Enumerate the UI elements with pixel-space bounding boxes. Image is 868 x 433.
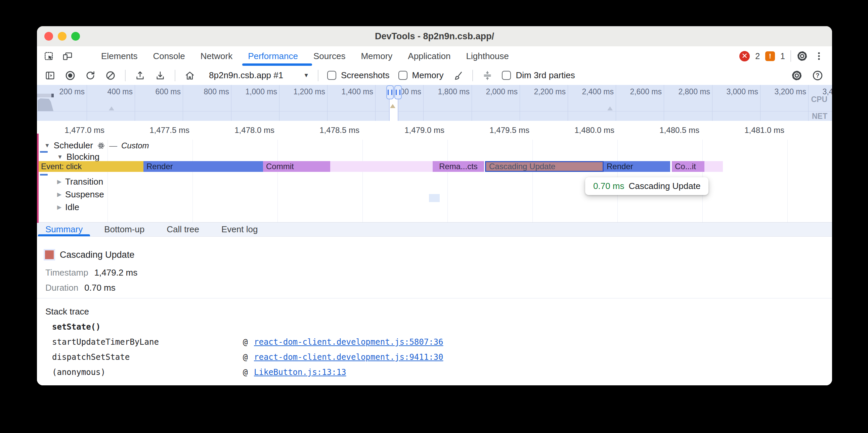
screenshots-checkbox[interactable] xyxy=(327,71,336,80)
tab-lighthouse[interactable]: Lighthouse xyxy=(459,46,517,66)
profile-select[interactable]: 8p2n9n.csb.app #1 ▼ xyxy=(209,70,309,80)
flame-bar-render[interactable]: Render xyxy=(603,161,670,172)
warning-count[interactable]: 1 xyxy=(780,52,785,61)
memory-label: Memory xyxy=(412,70,444,80)
triangle-right-icon[interactable]: ▶ xyxy=(57,204,61,211)
ruler-tick: 1,481.0 ms xyxy=(744,126,784,135)
flame-bar-cascading-update-selected[interactable]: Cascading Update xyxy=(485,161,603,172)
tab-summary[interactable]: Summary xyxy=(38,223,90,236)
blocking-lane-label: Blocking xyxy=(66,152,99,162)
screenshots-checkbox-row: Screenshots xyxy=(327,70,390,80)
flame-bar-commit-truncated[interactable]: Co...it xyxy=(672,161,705,172)
detail-time-ruler[interactable]: 1,477.0 ms 1,477.5 ms 1,478.0 ms 1,478.5… xyxy=(37,121,832,140)
ruler-tick: 1,480.5 ms xyxy=(659,126,700,135)
legend-color-swatch xyxy=(45,251,54,259)
lane-transition[interactable]: ▶ Transition xyxy=(57,176,103,187)
overview-tick: 1,800 ms xyxy=(438,87,470,96)
frame-source-link[interactable]: LikeButton.js:13:13 xyxy=(254,368,346,377)
warning-badge-icon[interactable]: ! xyxy=(765,52,775,61)
ruler-tick: 1,477.5 ms xyxy=(150,126,189,135)
flame-tooltip: 0.70 ms Cascading Update xyxy=(585,177,708,195)
track-scheduler[interactable]: ▼ Scheduler — Custom xyxy=(44,140,149,151)
svg-text:?: ? xyxy=(816,72,819,79)
memory-checkbox[interactable] xyxy=(398,71,407,80)
dim-3rd-parties-label: Dim 3rd parties xyxy=(516,70,575,80)
inspect-element-icon[interactable] xyxy=(43,51,54,62)
flame-bar-render[interactable]: Render xyxy=(144,161,263,172)
tab-sources[interactable]: Sources xyxy=(306,46,353,66)
overview-marker xyxy=(109,106,114,110)
overview-tick: 2,600 ms xyxy=(630,87,662,96)
reload-record-icon[interactable] xyxy=(85,70,96,81)
performance-toolbar: 8p2n9n.csb.app #1 ▼ Screenshots Memory xyxy=(37,66,832,85)
timestamp-label: Timestamp xyxy=(45,268,88,278)
transition-lane-label: Transition xyxy=(65,176,103,187)
details-tabbar: Summary Bottom-up Call tree Event log xyxy=(37,222,832,237)
frame-source-link[interactable]: react-dom-client.development.js:9411:30 xyxy=(254,353,443,362)
tab-console[interactable]: Console xyxy=(145,46,192,66)
tab-performance[interactable]: Performance xyxy=(240,46,306,66)
lane-blocking[interactable]: ▼ Blocking xyxy=(57,152,99,162)
tab-network[interactable]: Network xyxy=(193,46,240,66)
triangle-down-icon[interactable]: ▼ xyxy=(44,142,50,149)
overview-selection-window[interactable] xyxy=(389,98,398,121)
ruler-tick: 1,479.0 ms xyxy=(404,126,444,135)
selection-right-handle[interactable] xyxy=(394,85,402,99)
dim-3rd-parties-checkbox[interactable] xyxy=(502,71,511,80)
flame-bar-commit[interactable]: Commit xyxy=(263,161,330,172)
tab-application[interactable]: Application xyxy=(400,46,458,66)
settings-gear-icon[interactable] xyxy=(797,51,808,62)
legend-swatch-highlight xyxy=(44,249,55,261)
toggle-sidebar-icon[interactable] xyxy=(44,70,56,81)
timestamp-row: Timestamp 1,479.2 ms xyxy=(45,268,137,278)
upload-profile-icon[interactable] xyxy=(134,70,146,81)
lane-suspense[interactable]: ▶ Suspense xyxy=(57,189,104,200)
stack-frame: (anonymous) @ LikeButton.js:13:13 xyxy=(52,368,346,377)
flame-bar-event-click[interactable]: Event: click xyxy=(38,161,144,172)
triangle-down-icon[interactable]: ▼ xyxy=(57,154,63,161)
triangle-right-icon[interactable]: ▶ xyxy=(57,178,61,185)
overview-marker xyxy=(607,106,613,110)
error-count[interactable]: 2 xyxy=(755,52,760,61)
stack-frame: startUpdateTimerByLane @ react-dom-clien… xyxy=(52,337,443,347)
flamechart-track-area[interactable]: ▼ Scheduler — Custom ▼ Blocking xyxy=(37,140,832,222)
home-icon[interactable] xyxy=(184,70,195,81)
timeline-overview[interactable]: 200 ms 400 ms 600 ms 800 ms 1,000 ms 1,2… xyxy=(37,85,832,122)
triangle-right-icon[interactable]: ▶ xyxy=(57,191,61,198)
flame-bar-remaining-effects[interactable]: Rema...cts xyxy=(433,161,484,172)
error-badge-icon[interactable]: ✕ xyxy=(739,51,750,61)
frame-function: setState() xyxy=(52,322,243,332)
frame-function: dispatchSetState xyxy=(52,353,243,362)
flame-bar-faded[interactable] xyxy=(705,161,723,172)
help-icon[interactable]: ? xyxy=(812,70,823,81)
net-lane-label: NET xyxy=(812,112,827,121)
tab-bottom-up[interactable]: Bottom-up xyxy=(97,223,152,236)
garbage-collect-brush-icon[interactable] xyxy=(452,70,464,81)
tab-elements[interactable]: Elements xyxy=(93,46,145,66)
tab-memory[interactable]: Memory xyxy=(353,46,400,66)
overview-tick: 3,200 ms xyxy=(774,87,806,96)
download-profile-icon[interactable] xyxy=(155,70,166,81)
chevron-down-icon: ▼ xyxy=(303,72,309,79)
clear-icon[interactable] xyxy=(105,70,116,81)
divider xyxy=(125,70,126,81)
frame-source-link[interactable]: react-dom-client.development.js:5807:36 xyxy=(254,337,443,347)
overview-cpu-activity xyxy=(38,98,56,111)
selection-left-handle[interactable] xyxy=(386,85,394,99)
duration-label: Duration xyxy=(45,282,78,293)
devtools-window: DevTools - 8p2n9n.csb.app/ Elements Cons… xyxy=(37,26,832,385)
collapse-tracks-icon xyxy=(482,70,493,81)
tab-call-tree[interactable]: Call tree xyxy=(159,223,207,236)
flame-bar-faded[interactable] xyxy=(330,161,433,172)
device-toolbar-icon[interactable] xyxy=(62,51,73,62)
lane-indicator-dash xyxy=(40,151,48,153)
divider xyxy=(790,51,791,62)
dash-separator: — xyxy=(109,141,117,151)
window-title: DevTools - 8p2n9n.csb.app/ xyxy=(37,26,832,46)
lane-idle[interactable]: ▶ Idle xyxy=(57,202,79,212)
tab-event-log[interactable]: Event log xyxy=(214,223,265,236)
capture-settings-gear-icon[interactable] xyxy=(791,70,803,81)
frame-function: (anonymous) xyxy=(52,368,243,377)
more-options-icon[interactable] xyxy=(813,51,825,62)
record-icon[interactable] xyxy=(64,70,76,81)
